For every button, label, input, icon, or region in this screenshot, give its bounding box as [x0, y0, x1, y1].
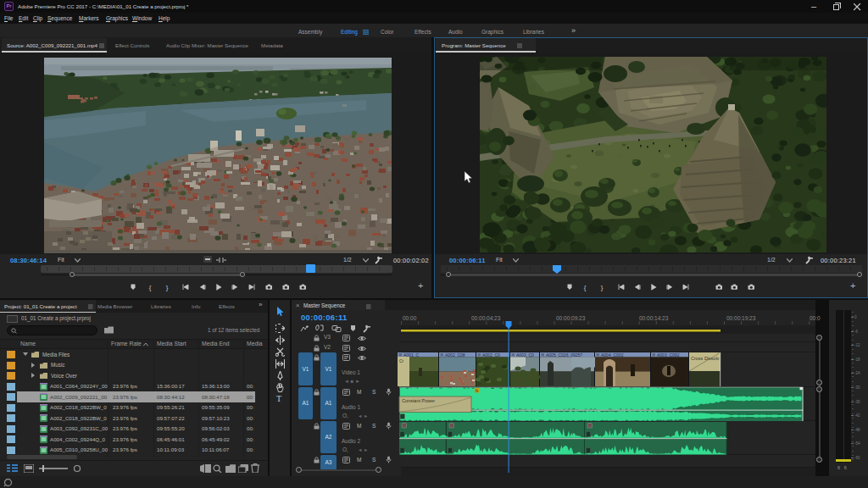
- svg-text:Constant Power: Constant Power: [402, 398, 435, 403]
- svg-text:Cr: Cr: [399, 358, 404, 363]
- svg-text:00:00:19:23: 00:00:19:23: [726, 315, 756, 321]
- svg-text:A001_C: A001_C: [403, 352, 419, 358]
- svg-text:A002_C08: A002_C08: [445, 352, 465, 358]
- svg-text:A002_C0: A002_C0: [516, 352, 534, 358]
- svg-text:A002_C0: A002_C0: [482, 352, 500, 358]
- svg-text:00:0: 00:0: [810, 315, 821, 321]
- svg-text:00:00: 00:00: [403, 315, 417, 321]
- svg-text:A004_C002: A004_C002: [601, 352, 624, 358]
- svg-text:00:00:14:23: 00:00:14:23: [639, 315, 669, 321]
- svg-text:00:00:04:23: 00:00:04:23: [471, 315, 501, 321]
- svg-text:Cross Dissolv: Cross Dissolv: [691, 356, 720, 361]
- svg-text:A005_C026_09257: A005_C026_09257: [546, 352, 582, 358]
- svg-text:00:00:09:23: 00:00:09:23: [556, 315, 586, 321]
- svg-text:A003_C092: A003_C092: [657, 352, 680, 358]
